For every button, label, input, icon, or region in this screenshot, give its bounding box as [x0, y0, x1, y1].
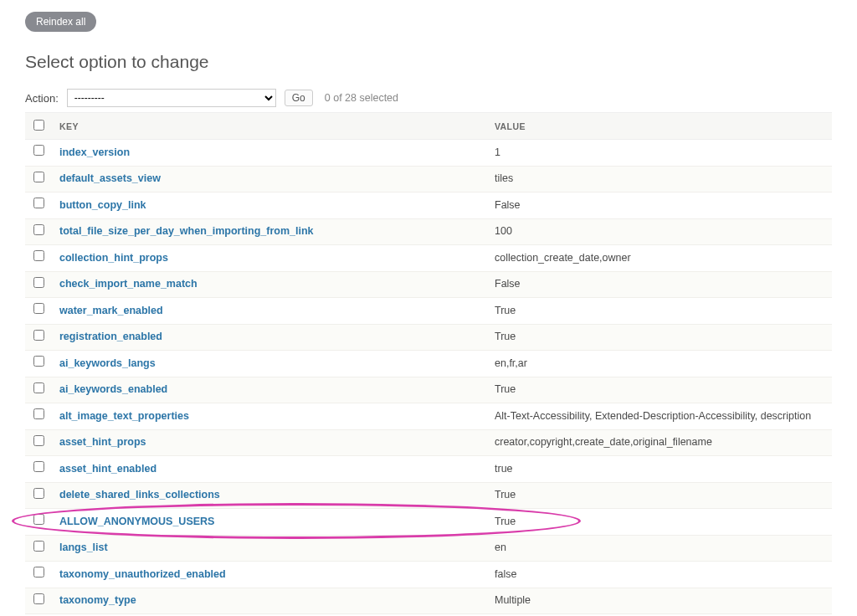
option-key-link[interactable]: registration_enabled [59, 331, 162, 342]
row-checkbox[interactable] [33, 435, 44, 446]
row-checkbox-cell [25, 429, 51, 456]
row-checkbox[interactable] [33, 198, 44, 208]
table-row: button_copy_linkFalse [25, 192, 832, 219]
table-row: index_version1 [25, 140, 832, 167]
go-button[interactable]: Go [285, 90, 313, 106]
row-checkbox-cell [25, 245, 51, 272]
key-cell: asset_hint_enabled [51, 456, 486, 483]
option-key-link[interactable]: total_file_size_per_day_when_importing_f… [59, 225, 314, 237]
table-row: asset_hint_enabledtrue [25, 456, 832, 483]
option-key-link[interactable]: index_version [59, 146, 130, 158]
row-checkbox-cell [25, 535, 51, 562]
row-checkbox[interactable] [33, 488, 44, 499]
table-row: langs_listen [25, 535, 832, 562]
key-cell: alt_image_text_properties [51, 403, 486, 430]
select-all-header [25, 113, 51, 140]
table-row: collection_hint_propscollection_create_d… [25, 245, 832, 272]
row-checkbox[interactable] [33, 277, 44, 288]
value-cell: True [486, 324, 832, 351]
action-label: Action: [25, 92, 59, 105]
column-header-key[interactable]: KEY [51, 113, 486, 140]
row-checkbox-cell [25, 456, 51, 483]
actions-bar: Action: --------- Go 0 of 28 selected [25, 89, 832, 107]
value-cell: False [486, 271, 832, 298]
row-checkbox-cell [25, 192, 51, 219]
options-table: KEY VALUE index_version1default_assets_v… [25, 112, 832, 616]
select-all-checkbox[interactable] [33, 120, 44, 131]
row-checkbox[interactable] [33, 356, 44, 367]
key-cell: total_file_size_per_day_when_importing_f… [51, 218, 486, 245]
selection-count: 0 of 28 selected [325, 92, 398, 104]
option-key-link[interactable]: asset_hint_enabled [59, 463, 157, 475]
key-cell: delete_shared_links_collections [51, 482, 486, 509]
key-cell: collection_hint_props [51, 245, 486, 272]
option-key-link[interactable]: ai_keywords_enabled [59, 383, 167, 395]
value-cell: true [486, 456, 832, 483]
table-row: ai_keywords_langsen,fr,ar [25, 351, 832, 377]
row-checkbox-cell [25, 271, 51, 298]
table-row: taxonomy_unauthorized_enabledfalse [25, 562, 832, 588]
row-checkbox[interactable] [33, 224, 44, 235]
option-key-link[interactable]: ai_keywords_langs [59, 357, 156, 369]
value-cell: 1 [486, 140, 832, 167]
action-select[interactable]: --------- [67, 89, 276, 107]
table-row: total_file_size_per_day_when_importing_f… [25, 218, 832, 245]
row-checkbox-cell [25, 509, 51, 536]
option-key-link[interactable]: default_assets_view [59, 172, 161, 184]
row-checkbox-cell [25, 218, 51, 245]
table-row: check_import_name_matchFalse [25, 271, 832, 298]
row-checkbox-cell [25, 351, 51, 377]
column-header-value[interactable]: VALUE [486, 113, 832, 140]
row-checkbox[interactable] [33, 303, 44, 314]
value-cell: Multiple [486, 588, 832, 614]
value-cell: creator,copyright,create_date,original_f… [486, 429, 832, 456]
row-checkbox[interactable] [33, 541, 44, 552]
row-checkbox-cell [25, 562, 51, 588]
value-cell: 100 [486, 218, 832, 245]
table-row: registration_enabledTrue [25, 324, 832, 351]
option-key-link[interactable]: check_import_name_match [59, 278, 198, 290]
row-checkbox[interactable] [33, 461, 44, 472]
row-checkbox[interactable] [33, 250, 44, 261]
key-cell: default_assets_view [51, 166, 486, 192]
reindex-all-button[interactable]: Reindex all [25, 12, 96, 32]
option-key-link[interactable]: asset_hint_props [59, 436, 146, 448]
key-cell: check_import_name_match [51, 271, 486, 298]
value-cell: en,fr,ar [486, 351, 832, 377]
value-cell: Alt-Text-Accessibility, Extended-Descrip… [486, 403, 832, 430]
row-checkbox[interactable] [33, 567, 44, 578]
option-key-link[interactable]: alt_image_text_properties [59, 410, 189, 422]
option-key-link[interactable]: delete_shared_links_collections [59, 489, 220, 501]
row-checkbox[interactable] [33, 330, 44, 341]
key-cell: button_copy_link [51, 192, 486, 219]
value-cell: false [486, 562, 832, 588]
key-cell: index_version [51, 140, 486, 167]
table-row: water_mark_enabledTrue [25, 298, 832, 325]
option-key-link[interactable]: taxonomy_unauthorized_enabled [59, 568, 226, 580]
option-key-link[interactable]: ALLOW_ANONYMOUS_USERS [59, 516, 214, 527]
value-cell: True [486, 482, 832, 509]
value-cell: True [486, 298, 832, 325]
key-cell: registration_enabled [51, 324, 486, 351]
value-cell: True [486, 377, 832, 403]
row-checkbox[interactable] [33, 514, 44, 525]
option-key-link[interactable]: water_mark_enabled [59, 305, 163, 316]
key-cell: ai_keywords_enabled [51, 377, 486, 403]
row-checkbox[interactable] [33, 145, 44, 156]
option-key-link[interactable]: button_copy_link [59, 199, 146, 211]
row-checkbox-cell [25, 324, 51, 351]
option-key-link[interactable]: collection_hint_props [59, 252, 168, 264]
option-key-link[interactable]: langs_list [59, 542, 108, 553]
row-checkbox[interactable] [33, 408, 44, 419]
row-checkbox-cell [25, 377, 51, 403]
row-checkbox[interactable] [33, 382, 44, 393]
key-cell: taxonomy_type [51, 588, 486, 614]
row-checkbox[interactable] [33, 593, 44, 604]
row-checkbox-cell [25, 166, 51, 192]
row-checkbox[interactable] [33, 172, 44, 182]
key-cell: ai_keywords_langs [51, 351, 486, 377]
row-checkbox-cell [25, 588, 51, 614]
option-key-link[interactable]: taxonomy_type [59, 594, 136, 606]
key-cell: taxonomy_unauthorized_enabled [51, 562, 486, 588]
page-title: Select option to change [25, 52, 832, 72]
